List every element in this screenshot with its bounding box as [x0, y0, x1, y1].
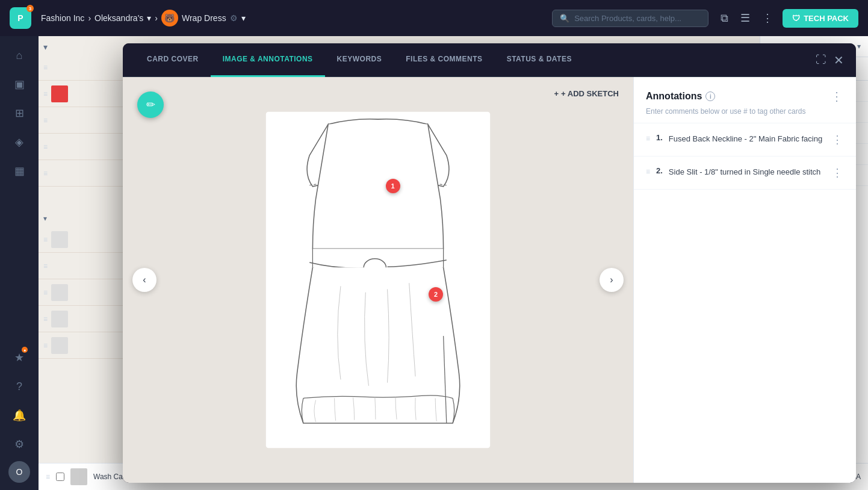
- product-settings-icon[interactable]: ⚙: [230, 13, 238, 23]
- drag-handle-icon: ≡: [43, 143, 48, 151]
- modal-tabs: CARD COVER IMAGE & ANNOTATIONS KEYWORDS …: [123, 43, 856, 77]
- list-item: ≡: [39, 81, 126, 107]
- breadcrumb-sep2: ›: [155, 13, 158, 23]
- close-modal-btn[interactable]: ✕: [834, 53, 844, 67]
- item-thumbnail: [51, 337, 68, 354]
- annotation-number: 1.: [656, 133, 663, 142]
- drag-handle-icon: ≡: [43, 90, 48, 98]
- chevron-left-icon: ‹: [143, 274, 146, 285]
- menu-icon[interactable]: ☰: [738, 9, 752, 27]
- modal: CARD COVER IMAGE & ANNOTATIONS KEYWORDS …: [123, 43, 856, 483]
- tech-pack-button[interactable]: 🛡 TECH PACK: [783, 9, 858, 28]
- product-dropdown[interactable]: ▾: [241, 13, 246, 23]
- copy-icon[interactable]: ⧉: [718, 10, 731, 27]
- add-sketch-button[interactable]: + + ADD SKETCH: [554, 89, 619, 98]
- breadcrumb-product[interactable]: Wrap Dress: [182, 13, 226, 23]
- row-drag-handle: ≡: [46, 473, 50, 481]
- second-section: ▾ ≡ ≡ ≡ ≡ ≡: [39, 211, 126, 359]
- prev-image-button[interactable]: ‹: [132, 268, 157, 292]
- collapse-btn[interactable]: ▾: [43, 42, 48, 52]
- sidebar-item-question[interactable]: ?: [7, 374, 31, 399]
- annotation-pin-1[interactable]: 1: [386, 179, 400, 193]
- sidebar-item-avatar[interactable]: O: [8, 461, 30, 483]
- annotation-pin-2[interactable]: 2: [429, 287, 443, 302]
- annotation-more-btn[interactable]: ⋮: [832, 166, 844, 179]
- drag-handle-icon: ≡: [43, 169, 48, 178]
- item-thumbnail: [51, 284, 68, 301]
- list-item: ≡: [39, 253, 126, 279]
- breadcrumb: Fashion Inc › Oleksandra's ▾ › 🐻 Wrap Dr…: [41, 10, 246, 26]
- list-item: ≡: [39, 306, 126, 332]
- drag-handle-icon: ≡: [646, 166, 650, 176]
- workspace-dropdown[interactable]: ▾: [147, 13, 151, 23]
- breadcrumb-sep1: ›: [88, 13, 91, 23]
- tab-files-comments[interactable]: FILES & COMMENTS: [394, 43, 494, 77]
- top-navigation: P 3 Fashion Inc › Oleksandra's ▾ › 🐻 Wra…: [0, 0, 868, 36]
- next-image-button[interactable]: ›: [600, 268, 624, 292]
- left-sidebar: ⌂ ▣ ⊞ ◈ ▦ ★ ● ? 🔔 ⚙ O: [0, 36, 39, 490]
- more-icon[interactable]: ⋮: [760, 9, 775, 27]
- breadcrumb-workspace[interactable]: Oleksandra's: [95, 13, 143, 23]
- sidebar-item-cards[interactable]: ▣: [7, 72, 31, 96]
- chevron-right-icon: ›: [610, 274, 613, 285]
- annotation-more-btn[interactable]: ⋮: [832, 133, 844, 146]
- drag-handle-icon: ≡: [43, 116, 48, 125]
- shield-icon: 🛡: [792, 14, 800, 23]
- search-icon: 🔍: [560, 14, 569, 23]
- edit-icon: ✏: [146, 98, 155, 111]
- search-placeholder: Search Products, cards, help...: [574, 14, 681, 23]
- app-logo[interactable]: P 3: [10, 7, 31, 29]
- tab-status-dates[interactable]: STATUS & DATES: [495, 43, 584, 77]
- drag-handle-icon: ≡: [43, 262, 48, 270]
- expand-modal-btn[interactable]: ⛶: [816, 54, 826, 66]
- list-item: ≡: [39, 107, 126, 134]
- left-list: ≡ ≡ ≡ ≡ ≡: [39, 54, 126, 187]
- drag-handle-icon: ≡: [646, 133, 650, 143]
- product-icon: 🐻: [161, 10, 178, 26]
- item-thumbnail: [51, 231, 68, 248]
- annotations-header: Annotations i ⋮ Enter comments below or …: [634, 77, 856, 123]
- tab-image-annotations[interactable]: IMAGE & ANNOTATIONS: [211, 43, 325, 77]
- material-dropdown-btn[interactable]: ▾: [857, 42, 861, 51]
- sidebar-item-settings[interactable]: ⚙: [7, 432, 31, 456]
- annotations-title: Annotations i: [646, 91, 715, 102]
- drag-handle-icon: ≡: [43, 63, 48, 72]
- drag-handle-icon: ≡: [43, 341, 48, 350]
- row-checkbox[interactable]: [56, 473, 64, 481]
- breadcrumb-company[interactable]: Fashion Inc: [41, 13, 84, 23]
- plus-icon: +: [554, 89, 559, 98]
- list-item: ≡: [39, 332, 126, 359]
- edit-fab[interactable]: ✏: [137, 91, 164, 118]
- section-header: ▾: [39, 211, 126, 226]
- sidebar-item-grid[interactable]: ⊞: [7, 101, 31, 125]
- annotation-item-2: ≡ 2. Side Slit - 1/8" turned in Single n…: [634, 157, 856, 190]
- sidebar-item-bell[interactable]: 🔔: [7, 403, 31, 427]
- sidebar-item-cube[interactable]: ◈: [7, 130, 31, 154]
- list-item: ≡: [39, 279, 126, 306]
- sidebar-item-star[interactable]: ★ ●: [7, 346, 31, 370]
- annotation-number: 2.: [656, 166, 663, 175]
- list-item: ≡: [39, 54, 126, 81]
- annotation-item-1: ≡ 1. Fused Back Neckline - 2" Main Fabri…: [634, 123, 856, 157]
- annotation-text: Fused Back Neckline - 2" Main Fabric fac…: [669, 133, 826, 145]
- sidebar-item-home[interactable]: ⌂: [7, 43, 31, 67]
- list-item: ≡: [39, 226, 126, 253]
- dress-svg: [252, 99, 504, 461]
- tab-card-cover[interactable]: CARD COVER: [135, 43, 211, 77]
- search-bar: 🔍 Search Products, cards, help...: [552, 10, 708, 27]
- item-thumbnail: [51, 85, 68, 102]
- annotations-title-row: Annotations i ⋮: [646, 89, 844, 104]
- image-area: ✏ + + ADD SKETCH: [123, 77, 633, 483]
- list-item: ≡: [39, 160, 126, 187]
- drag-handle-icon: ≡: [43, 315, 48, 323]
- tab-keywords[interactable]: KEYWORDS: [325, 43, 394, 77]
- main-content: ▾ ≡ ≡ ≡ ≡ ≡ ▾: [39, 36, 868, 490]
- notification-badge: 3: [26, 5, 34, 12]
- annotations-more-btn[interactable]: ⋮: [831, 89, 844, 104]
- collapse-area: ▾: [43, 42, 48, 52]
- item-thumbnail: [51, 311, 68, 327]
- collapse-section-btn[interactable]: ▾: [43, 214, 47, 223]
- info-icon[interactable]: i: [705, 91, 715, 101]
- sidebar-item-chart[interactable]: ▦: [7, 159, 31, 183]
- annotations-panel: Annotations i ⋮ Enter comments below or …: [633, 77, 856, 483]
